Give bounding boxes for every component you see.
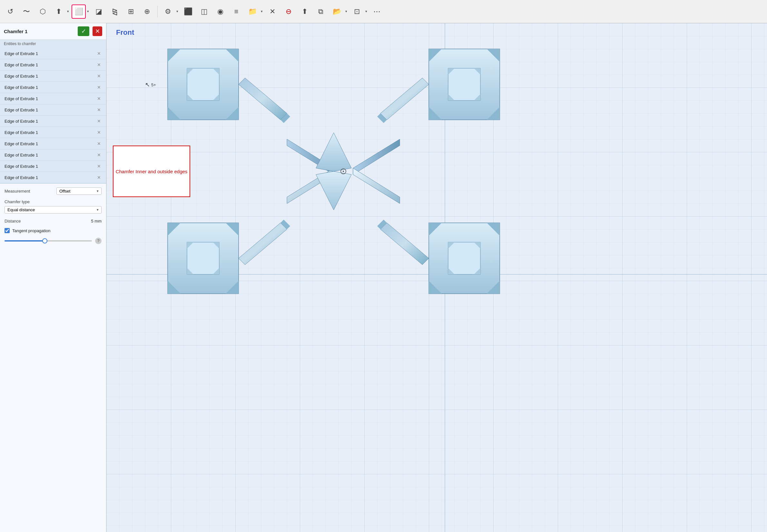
- svg-rect-35: [448, 242, 480, 274]
- render-icon[interactable]: ◉: [213, 5, 227, 19]
- slider-thumb[interactable]: [42, 238, 47, 243]
- entity-item[interactable]: Edge of Extrude 1 ✕: [0, 138, 106, 149]
- shape-icon[interactable]: ⬡: [35, 5, 50, 19]
- mesh-group: ⚙ ▾: [161, 5, 179, 19]
- distance-label: Distance: [5, 219, 21, 223]
- entity-item[interactable]: Edge of Extrude 1 ✕: [0, 48, 106, 59]
- measurement-select[interactable]: Offset ▾: [56, 187, 101, 195]
- mesh-icon[interactable]: ⚙: [161, 5, 175, 19]
- rotate-icon[interactable]: ↺: [3, 5, 17, 19]
- entity-remove-icon[interactable]: ✕: [96, 50, 102, 57]
- entity-item[interactable]: Edge of Extrude 1 ✕: [0, 104, 106, 116]
- entity-remove-icon[interactable]: ✕: [96, 118, 102, 124]
- fillet-icon[interactable]: ◪: [91, 5, 106, 19]
- cursor-symbol: ↖: [145, 81, 150, 88]
- more-icon[interactable]: ⋯: [370, 5, 384, 19]
- entity-item[interactable]: Edge of Extrude 1 ✕: [0, 93, 106, 104]
- viewport-label: Front: [116, 28, 134, 37]
- pattern-icon[interactable]: ⊞: [124, 5, 138, 19]
- main-area: Chamfer 1 ✓ ✕ Entities to chamfer Edge o…: [0, 23, 767, 532]
- entity-label: Edge of Extrude 1: [5, 164, 38, 169]
- entity-label: Edge of Extrude 1: [5, 153, 38, 157]
- extrude-dropdown[interactable]: ▾: [66, 9, 70, 14]
- svg-marker-56: [316, 133, 351, 171]
- chamfer-type-label: Chamfer type: [5, 199, 101, 204]
- entity-item[interactable]: Edge of Extrude 1 ✕: [0, 172, 106, 183]
- tangent-row: Tangent propagation: [5, 228, 101, 233]
- upload-icon[interactable]: ⬆: [298, 5, 312, 19]
- entities-header: Entities to chamfer: [0, 40, 106, 48]
- folder-icon[interactable]: 📂: [330, 5, 344, 19]
- entities-section: Entities to chamfer Edge of Extrude 1 ✕ …: [0, 40, 106, 184]
- entity-label: Edge of Extrude 1: [5, 175, 38, 180]
- annotation-box: Chamfer Inner and outside edges: [113, 146, 190, 197]
- close-icon[interactable]: ✕: [265, 5, 280, 19]
- confirm-button[interactable]: ✓: [78, 26, 89, 36]
- delete-red-icon[interactable]: ⊖: [282, 5, 296, 19]
- shell-icon[interactable]: ⬜: [72, 5, 86, 19]
- copy-icon[interactable]: ⧉: [314, 5, 328, 19]
- entity-label: Edge of Extrude 1: [5, 108, 38, 112]
- svg-rect-15: [448, 68, 480, 100]
- stack-icon[interactable]: ≡: [229, 5, 244, 19]
- entity-item[interactable]: Edge of Extrude 1 ✕: [0, 116, 106, 127]
- entity-remove-icon[interactable]: ✕: [96, 107, 102, 113]
- svg-marker-53: [353, 139, 400, 175]
- extrude-icon[interactable]: ⬆: [52, 5, 66, 19]
- entity-item[interactable]: Edge of Extrude 1 ✕: [0, 82, 106, 93]
- entity-remove-icon[interactable]: ✕: [96, 84, 102, 90]
- curve-icon[interactable]: 〜: [19, 5, 34, 19]
- svg-marker-55: [353, 168, 400, 204]
- entity-remove-icon[interactable]: ✕: [96, 140, 102, 147]
- entity-item[interactable]: Edge of Extrude 1 ✕: [0, 71, 106, 82]
- tangent-label: Tangent propagation: [12, 228, 51, 233]
- entity-remove-icon[interactable]: ✕: [96, 174, 102, 181]
- cursor-badge: 5+: [151, 82, 156, 87]
- svg-rect-25: [187, 242, 219, 274]
- measurement-value: Offset: [59, 189, 70, 194]
- assembly-icon[interactable]: ⬛: [181, 5, 195, 19]
- help-icon[interactable]: ?: [95, 238, 101, 244]
- entity-item[interactable]: Edge of Extrude 1 ✕: [0, 127, 106, 138]
- combine-icon[interactable]: ⊕: [140, 5, 154, 19]
- views-group: ⊡ ▾: [350, 5, 368, 19]
- export-group: 📁 ▾: [245, 5, 264, 19]
- export-icon[interactable]: 📁: [245, 5, 260, 19]
- entity-remove-icon[interactable]: ✕: [96, 152, 102, 158]
- export-dropdown[interactable]: ▾: [260, 9, 264, 14]
- entity-label: Edge of Extrude 1: [5, 62, 38, 67]
- drawing-icon[interactable]: ◫: [197, 5, 211, 19]
- slider-row: ?: [5, 238, 101, 244]
- 3d-model: [158, 43, 529, 300]
- viewport[interactable]: Front ↖ 5+: [106, 23, 767, 532]
- left-panel: Chamfer 1 ✓ ✕ Entities to chamfer Edge o…: [0, 23, 106, 532]
- views-icon[interactable]: ⊡: [350, 5, 364, 19]
- entity-remove-icon[interactable]: ✕: [96, 129, 102, 136]
- svg-rect-5: [187, 68, 219, 100]
- folder-dropdown[interactable]: ▾: [345, 9, 348, 14]
- entity-remove-icon[interactable]: ✕: [96, 73, 102, 79]
- entity-remove-icon[interactable]: ✕: [96, 62, 102, 68]
- entity-label: Edge of Extrude 1: [5, 51, 38, 56]
- measurement-row: Measurement Offset ▾: [5, 187, 101, 195]
- panel-header: Chamfer 1 ✓ ✕: [0, 23, 106, 40]
- cursor-area: ↖ 5+: [145, 81, 156, 88]
- entity-item[interactable]: Edge of Extrude 1 ✕: [0, 149, 106, 161]
- svg-marker-48: [239, 223, 287, 265]
- panel-title: Chamfer 1: [4, 29, 74, 34]
- views-dropdown[interactable]: ▾: [365, 9, 368, 14]
- mirror-icon[interactable]: ⧎: [108, 5, 122, 19]
- entity-remove-icon[interactable]: ✕: [96, 163, 102, 169]
- shell-dropdown[interactable]: ▾: [86, 9, 90, 14]
- entity-item[interactable]: Edge of Extrude 1 ✕: [0, 161, 106, 172]
- entity-remove-icon[interactable]: ✕: [96, 95, 102, 102]
- svg-marker-44: [239, 78, 287, 120]
- cancel-button[interactable]: ✕: [92, 26, 102, 36]
- entity-item[interactable]: Edge of Extrude 1 ✕: [0, 59, 106, 71]
- entity-label: Edge of Extrude 1: [5, 130, 38, 135]
- entity-label: Edge of Extrude 1: [5, 74, 38, 79]
- tangent-checkbox[interactable]: [5, 228, 10, 233]
- entity-label: Edge of Extrude 1: [5, 141, 38, 146]
- mesh-dropdown[interactable]: ▾: [176, 9, 179, 14]
- chamfer-type-select[interactable]: Equal distance ▾: [5, 206, 101, 214]
